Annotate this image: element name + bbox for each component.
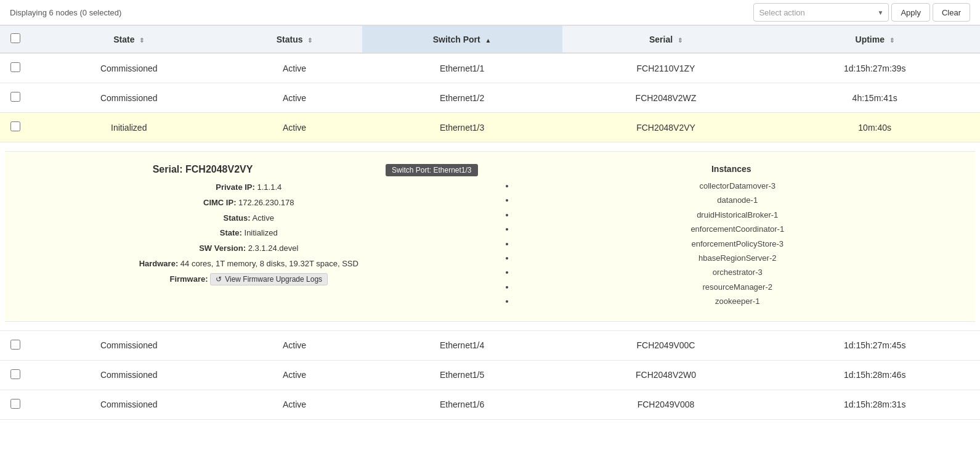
row-uptime: 1d:15h:28m:31s xyxy=(769,390,980,419)
instance-item: resourceManager-2 xyxy=(515,280,961,294)
detail-field-0: Private IP: 1.1.1.4 xyxy=(20,181,478,194)
table-row[interactable]: Initialized Active Ethernet1/3 FCH2048V2… xyxy=(0,113,980,142)
instance-item: collectorDatamover-3 xyxy=(515,179,961,193)
col-serial-label: Serial xyxy=(649,35,673,44)
row-switch-port: Ethernet1/5 xyxy=(362,360,562,390)
table-row[interactable]: Commissioned Active Ethernet1/4 FCH2049V… xyxy=(0,330,980,360)
row-checkbox-cell xyxy=(0,53,31,83)
row-checkbox-cell xyxy=(0,390,31,419)
detail-panel: Serial: FCH2048V2VY Switch Port: Etherne… xyxy=(5,151,975,322)
row-uptime: 1d:15h:27m:45s xyxy=(769,330,980,360)
clear-button[interactable]: Clear xyxy=(933,3,970,22)
top-bar: Displaying 6 nodes (0 selected) Select a… xyxy=(0,0,980,25)
select-action-placeholder: Select action xyxy=(759,8,877,17)
table-row[interactable]: Commissioned Active Ethernet1/2 FCH2048V… xyxy=(0,83,980,113)
row-state: Commissioned xyxy=(31,330,227,360)
row-state: Initialized xyxy=(31,113,227,142)
row-checkbox[interactable] xyxy=(10,92,20,102)
detail-field-label: Private IP: xyxy=(216,182,255,192)
col-serial[interactable]: Serial ⇕ xyxy=(562,26,770,54)
detail-field-label: Status: xyxy=(224,213,251,223)
row-serial: FCH2110V1ZY xyxy=(562,53,770,83)
sort-state-icon: ⇕ xyxy=(139,37,144,44)
instances-heading: Instances xyxy=(503,164,961,174)
instance-item: enforcementCoordinator-1 xyxy=(515,222,961,236)
detail-panel-cell: Serial: FCH2048V2VY Switch Port: Etherne… xyxy=(0,142,980,331)
detail-panel-inner: Serial: FCH2048V2VY Switch Port: Etherne… xyxy=(20,164,960,309)
sort-uptime-icon: ⇕ xyxy=(889,37,894,44)
col-checkbox xyxy=(0,26,31,54)
nodes-table: State ⇕ Status ⇕ Switch Port ▲ Serial ⇕ … xyxy=(0,25,980,420)
row-checkbox-cell xyxy=(0,360,31,390)
detail-field-value: 1.1.1.4 xyxy=(257,182,281,192)
row-switch-port: Ethernet1/6 xyxy=(362,390,562,419)
row-checkbox[interactable] xyxy=(10,369,20,379)
switch-port-badge: Switch Port: Ethernet1/3 xyxy=(386,164,477,176)
col-state-label: State xyxy=(113,35,134,44)
instance-item: hbaseRegionServer-2 xyxy=(515,251,961,265)
detail-field-value: Initialized xyxy=(245,228,278,237)
view-firmware-logs-button[interactable]: ↺ View Firmware Upgrade Logs xyxy=(210,273,328,285)
display-count: Displaying 6 nodes (0 selected) xyxy=(10,8,121,17)
table-row[interactable]: Commissioned Active Ethernet1/6 FCH2049V… xyxy=(0,390,980,419)
row-serial: FCH2049V00C xyxy=(562,330,770,360)
select-action-dropdown[interactable]: Select action ▼ xyxy=(753,3,889,22)
chevron-down-icon: ▼ xyxy=(877,9,883,16)
detail-field-label: SW Version: xyxy=(199,244,246,253)
col-status-label: Status xyxy=(277,35,303,44)
row-checkbox[interactable] xyxy=(10,62,20,72)
firmware-btn-label: View Firmware Upgrade Logs xyxy=(225,275,322,284)
detail-left: Serial: FCH2048V2VY Switch Port: Etherne… xyxy=(20,164,478,309)
row-status: Active xyxy=(227,53,362,83)
detail-serial: Serial: FCH2048V2VY Switch Port: Etherne… xyxy=(20,164,478,175)
detail-field-label: CIMC IP: xyxy=(203,198,236,207)
detail-field-label: Firmware: xyxy=(169,274,208,284)
row-uptime: 10m:40s xyxy=(769,113,980,142)
row-uptime: 4h:15m:41s xyxy=(769,83,980,113)
row-checkbox[interactable] xyxy=(10,399,20,409)
detail-field-2: Status: Active xyxy=(20,212,478,225)
row-status: Active xyxy=(227,330,362,360)
row-uptime: 1d:15h:28m:46s xyxy=(769,360,980,390)
instances-list: collectorDatamover-3datanode-1druidHisto… xyxy=(503,179,961,309)
col-state[interactable]: State ⇕ xyxy=(31,26,227,54)
col-switch-port[interactable]: Switch Port ▲ xyxy=(362,26,562,54)
detail-field-value: 2.3.1.24.devel xyxy=(248,244,299,253)
row-serial: FCH2048V2W0 xyxy=(562,360,770,390)
detail-field-value: 172.26.230.178 xyxy=(238,198,294,207)
row-uptime: 1d:15h:27m:39s xyxy=(769,53,980,83)
row-checkbox[interactable] xyxy=(10,340,20,350)
row-status: Active xyxy=(227,113,362,142)
table-row[interactable]: Commissioned Active Ethernet1/5 FCH2048V… xyxy=(0,360,980,390)
detail-field-5: Hardware: 44 cores, 1T memory, 8 disks, … xyxy=(20,258,478,271)
row-serial: FCH2048V2VY xyxy=(562,113,770,142)
detail-field-1: CIMC IP: 172.26.230.178 xyxy=(20,197,478,210)
row-state: Commissioned xyxy=(31,360,227,390)
sort-serial-icon: ⇕ xyxy=(678,37,682,44)
col-uptime-label: Uptime xyxy=(856,35,885,44)
detail-field-label: State: xyxy=(220,228,242,237)
col-switch-port-label: Switch Port xyxy=(433,35,480,44)
row-switch-port: Ethernet1/1 xyxy=(362,53,562,83)
row-state: Commissioned xyxy=(31,53,227,83)
detail-right: Instances collectorDatamover-3datanode-1… xyxy=(503,164,961,309)
detail-field-value: 44 cores, 1T memory, 8 disks, 19.32T spa… xyxy=(180,259,358,268)
firmware-icon: ↺ xyxy=(216,275,222,284)
col-status[interactable]: Status ⇕ xyxy=(227,26,362,54)
row-status: Active xyxy=(227,360,362,390)
col-uptime[interactable]: Uptime ⇕ xyxy=(769,26,980,54)
detail-panel-row: Serial: FCH2048V2VY Switch Port: Etherne… xyxy=(0,142,980,331)
row-checkbox[interactable] xyxy=(10,121,20,131)
row-switch-port: Ethernet1/4 xyxy=(362,330,562,360)
select-all-checkbox[interactable] xyxy=(10,33,20,43)
table-header-row: State ⇕ Status ⇕ Switch Port ▲ Serial ⇕ … xyxy=(0,26,980,54)
top-bar-actions: Select action ▼ Apply Clear xyxy=(753,3,970,22)
row-switch-port: Ethernet1/3 xyxy=(362,113,562,142)
detail-field-3: State: Initialized xyxy=(20,227,478,240)
apply-button[interactable]: Apply xyxy=(891,3,930,22)
row-state: Commissioned xyxy=(31,390,227,419)
serial-value: FCH2048V2VY xyxy=(185,164,253,174)
row-state: Commissioned xyxy=(31,83,227,113)
detail-firmware-field: Firmware: ↺ View Firmware Upgrade Logs xyxy=(20,273,478,286)
table-row[interactable]: Commissioned Active Ethernet1/1 FCH2110V… xyxy=(0,53,980,83)
